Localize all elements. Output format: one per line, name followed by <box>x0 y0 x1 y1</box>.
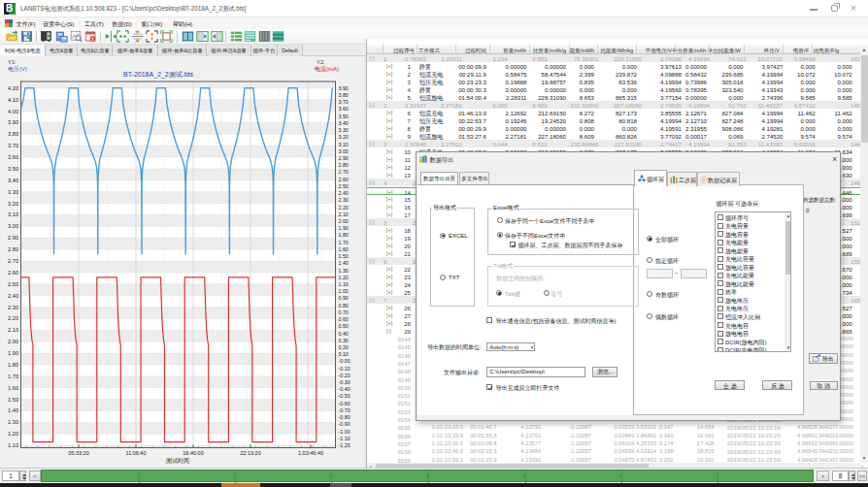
svg-text:1.60: 1.60 <box>8 385 18 391</box>
svg-text:3.50: 3.50 <box>8 166 18 172</box>
svg-text:-0.00: -0.00 <box>339 358 351 364</box>
svg-text:22:13:20: 22:13:20 <box>240 450 260 456</box>
svg-text:-0.30: -0.30 <box>339 379 351 385</box>
svg-text:电压(V): 电压(V) <box>8 65 27 72</box>
svg-text:1.40: 1.40 <box>8 407 18 413</box>
svg-text:-0.10: -0.10 <box>339 366 351 372</box>
svg-text:2.70: 2.70 <box>8 258 18 264</box>
svg-text:2.90: 2.90 <box>339 155 349 161</box>
svg-text:0.10: 0.10 <box>339 351 349 357</box>
svg-text:3.60: 3.60 <box>339 106 349 112</box>
svg-text:4.10: 4.10 <box>8 97 18 103</box>
svg-text:2.50: 2.50 <box>339 183 349 189</box>
svg-text:2.30: 2.30 <box>8 305 18 310</box>
svg-text:2.80: 2.80 <box>8 246 18 252</box>
svg-text:1.10: 1.10 <box>339 281 349 287</box>
svg-text:4.00: 4.00 <box>8 109 18 114</box>
svg-text:2.80: 2.80 <box>339 162 349 168</box>
svg-text:05:33:20: 05:33:20 <box>68 450 88 456</box>
svg-text:2.40: 2.40 <box>339 190 349 196</box>
svg-text:4.20: 4.20 <box>8 85 18 91</box>
svg-text:1.00: 1.00 <box>339 288 349 294</box>
svg-text:1.60: 1.60 <box>339 246 349 252</box>
svg-text:0.60: 0.60 <box>339 316 349 322</box>
svg-text:11:06:40: 11:06:40 <box>125 450 146 456</box>
svg-text:-1.20: -1.20 <box>339 442 351 448</box>
svg-text:-0.40: -0.40 <box>339 386 351 392</box>
svg-text:1.20: 1.20 <box>8 431 18 437</box>
svg-text:BT-2018A_2_2测试.bts: BT-2018A_2_2测试.bts <box>123 71 193 79</box>
svg-text:3.60: 3.60 <box>8 154 18 160</box>
svg-text:1.40: 1.40 <box>339 260 349 266</box>
svg-text:2.20: 2.20 <box>339 205 349 211</box>
svg-text:3.20: 3.20 <box>339 134 349 140</box>
svg-text:1.80: 1.80 <box>8 362 18 368</box>
svg-text:3.70: 3.70 <box>339 99 349 105</box>
svg-text:-0.80: -0.80 <box>339 414 351 420</box>
svg-text:i: i <box>91 37 92 42</box>
svg-text:-1.10: -1.10 <box>339 436 351 441</box>
svg-text:2.90: 2.90 <box>8 235 18 241</box>
svg-text:1.90: 1.90 <box>339 225 349 231</box>
svg-text:0.20: 0.20 <box>339 344 349 350</box>
svg-text:2.10: 2.10 <box>8 327 18 333</box>
svg-text:1.50: 1.50 <box>8 397 18 403</box>
svg-text:1.70: 1.70 <box>339 240 349 245</box>
svg-text:1.03:46:40: 1.03:46:40 <box>298 450 323 456</box>
svg-text:1.10: 1.10 <box>8 442 18 448</box>
svg-text:3.90: 3.90 <box>339 85 349 91</box>
svg-text:2.20: 2.20 <box>8 315 18 321</box>
svg-text:2.50: 2.50 <box>8 281 18 287</box>
svg-text:2.70: 2.70 <box>339 169 349 175</box>
svg-text:3.70: 3.70 <box>8 143 18 148</box>
svg-text:3.10: 3.10 <box>339 142 349 147</box>
svg-text:Y2:: Y2: <box>317 59 325 65</box>
svg-text:2.30: 2.30 <box>339 197 349 203</box>
svg-text:3.40: 3.40 <box>8 178 18 183</box>
svg-text:3.40: 3.40 <box>339 120 349 126</box>
svg-text:0.30: 0.30 <box>339 338 349 343</box>
svg-text:-0.20: -0.20 <box>339 373 351 378</box>
svg-text:2.10: 2.10 <box>339 211 349 217</box>
svg-text:-1.00: -1.00 <box>339 429 351 435</box>
svg-text:Y1:: Y1: <box>8 59 17 65</box>
svg-text:2.00: 2.00 <box>8 339 18 344</box>
svg-text:0.40: 0.40 <box>339 331 349 337</box>
svg-text:测试时间: 测试时间 <box>165 457 189 465</box>
svg-text:2.60: 2.60 <box>8 270 18 276</box>
svg-text:3.50: 3.50 <box>339 114 349 119</box>
svg-text:3.10: 3.10 <box>8 211 18 217</box>
svg-text:电流(mA): 电流(mA) <box>315 65 339 73</box>
svg-text:3.00: 3.00 <box>8 223 18 229</box>
svg-text:2.00: 2.00 <box>339 218 349 224</box>
svg-text:0.50: 0.50 <box>339 323 349 329</box>
svg-text:3.20: 3.20 <box>8 201 18 207</box>
svg-text:1.30: 1.30 <box>8 419 18 425</box>
svg-text:1.30: 1.30 <box>339 268 349 274</box>
svg-text:1.50: 1.50 <box>339 253 349 259</box>
svg-text:3.80: 3.80 <box>339 92 349 98</box>
svg-text:2.40: 2.40 <box>8 293 18 299</box>
svg-text:3.80: 3.80 <box>8 131 18 137</box>
svg-text:-0.60: -0.60 <box>339 401 351 406</box>
svg-text:2.60: 2.60 <box>339 177 349 182</box>
svg-text:0.70: 0.70 <box>339 309 349 315</box>
svg-text:-0.70: -0.70 <box>339 407 351 413</box>
svg-text:0.80: 0.80 <box>339 303 349 308</box>
svg-text:16:40:00: 16:40:00 <box>183 450 203 456</box>
svg-text:1.90: 1.90 <box>8 350 18 356</box>
svg-text:3.90: 3.90 <box>8 119 18 125</box>
svg-text:-0.90: -0.90 <box>339 421 351 427</box>
svg-text:3.30: 3.30 <box>339 127 349 133</box>
svg-text:1.70: 1.70 <box>8 373 18 379</box>
svg-text:1.20: 1.20 <box>339 275 349 280</box>
svg-text:3.30: 3.30 <box>8 189 18 195</box>
svg-text:3.00: 3.00 <box>339 148 349 154</box>
svg-text:-0.50: -0.50 <box>339 393 351 399</box>
svg-text:0.90: 0.90 <box>339 295 349 301</box>
svg-text:1.80: 1.80 <box>339 232 349 238</box>
